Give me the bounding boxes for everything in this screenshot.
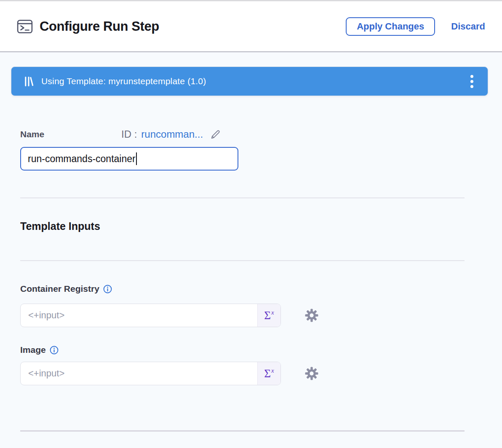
sigma-superscript: x	[271, 309, 274, 316]
field-label-text: Container Registry	[20, 284, 99, 294]
apply-changes-button[interactable]: Apply Changes	[346, 17, 435, 36]
info-icon[interactable]	[50, 346, 59, 355]
page-title: Configure Run Step	[40, 19, 159, 34]
discard-button[interactable]: Discard	[451, 21, 485, 32]
library-icon	[24, 76, 34, 87]
container-registry-input-wrap: Σ x	[20, 304, 281, 327]
kebab-menu-icon[interactable]	[469, 72, 475, 91]
expression-fx-button[interactable]: Σ x	[257, 304, 280, 327]
pencil-icon[interactable]	[210, 129, 221, 140]
sigma-glyph: Σ	[264, 368, 271, 379]
image-input[interactable]	[21, 362, 257, 385]
divider	[20, 197, 465, 198]
image-row: Σ x	[20, 362, 465, 385]
template-inputs-heading: Template Inputs	[20, 220, 465, 232]
template-banner: Using Template: myrunsteptemplate (1.0)	[11, 67, 488, 96]
name-input-value: run-commands-container	[28, 153, 136, 165]
text-cursor	[136, 152, 137, 165]
panel-header: Configure Run Step Apply Changes Discard	[0, 1, 502, 52]
container-registry-label: Container Registry	[20, 284, 465, 294]
image-label: Image	[20, 345, 465, 355]
header-actions: Apply Changes Discard	[346, 17, 485, 36]
terminal-icon	[17, 19, 33, 34]
name-input[interactable]: run-commands-container	[20, 147, 238, 171]
gear-icon[interactable]	[304, 308, 319, 323]
container-registry-input[interactable]	[21, 304, 257, 327]
info-icon[interactable]	[103, 285, 112, 293]
step-config-form: Name ID : runcomman... run-commands-cont…	[20, 128, 465, 432]
expression-fx-button[interactable]: Σ x	[257, 362, 280, 385]
container-registry-row: Σ x	[20, 304, 465, 327]
step-id-group: ID : runcomman...	[121, 128, 221, 140]
field-label-text: Image	[20, 345, 46, 355]
step-id-link[interactable]: runcomman...	[141, 128, 203, 140]
image-input-wrap: Σ x	[20, 362, 281, 385]
name-row: Name ID : runcomman...	[20, 128, 465, 140]
id-prefix-label: ID :	[121, 128, 137, 140]
sigma-glyph: Σ	[264, 310, 271, 321]
template-banner-label: Using Template: myrunsteptemplate (1.0)	[41, 76, 206, 86]
gear-icon[interactable]	[304, 366, 319, 381]
sigma-superscript: x	[271, 368, 274, 374]
divider	[20, 260, 465, 261]
divider	[20, 430, 465, 432]
name-label: Name	[20, 129, 121, 139]
